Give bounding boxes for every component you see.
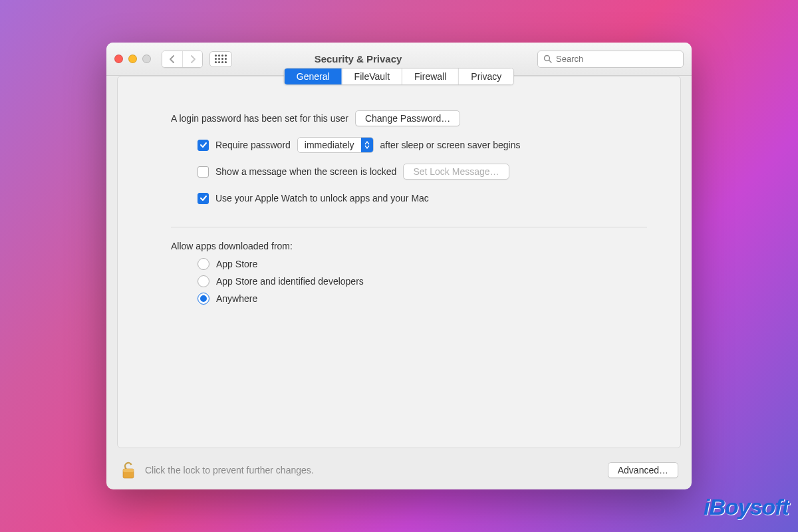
allow-apps-radio-group: App Store App Store and identified devel… <box>171 258 647 305</box>
require-password-label-before: Require password <box>215 140 291 150</box>
require-password-checkbox[interactable] <box>198 140 209 151</box>
tab-general[interactable]: General <box>285 68 342 84</box>
apple-watch-checkbox[interactable] <box>198 193 209 204</box>
require-password-delay-select[interactable]: immediately <box>297 137 374 153</box>
minimize-window-button[interactable] <box>128 55 137 63</box>
tab-filevault[interactable]: FileVault <box>342 68 402 84</box>
radio-label: App Store and identified developers <box>216 276 364 287</box>
divider <box>171 227 647 227</box>
tab-bar: General FileVault Firewall Privacy <box>284 68 514 85</box>
check-icon <box>200 141 207 149</box>
require-password-row: Require password immediately after sleep… <box>171 136 647 154</box>
show-message-checkbox[interactable] <box>198 166 209 178</box>
general-section: A login password has been set for this u… <box>118 91 680 305</box>
window-title: Security & Privacy <box>186 53 531 65</box>
lock-icon[interactable] <box>120 460 137 480</box>
radio-button[interactable] <box>198 293 209 305</box>
footer: Click the lock to prevent further change… <box>106 455 692 489</box>
radio-label: App Store <box>216 259 257 269</box>
login-password-row: A login password has been set for this u… <box>171 110 647 127</box>
tab-firewall[interactable]: Firewall <box>402 68 458 84</box>
set-lock-message-button: Set Lock Message… <box>403 164 509 180</box>
show-message-label: Show a message when the screen is locked <box>215 166 396 177</box>
radio-app-store[interactable]: App Store <box>198 258 647 270</box>
show-message-row: Show a message when the screen is locked… <box>171 163 647 180</box>
search-input[interactable] <box>556 54 678 64</box>
close-window-button[interactable] <box>114 55 123 63</box>
lock-text: Click the lock to prevent further change… <box>145 465 314 475</box>
search-field[interactable] <box>537 51 684 68</box>
radio-button[interactable] <box>198 258 209 270</box>
require-password-label-after: after sleep or screen saver begins <box>380 140 521 150</box>
login-password-label: A login password has been set for this u… <box>171 113 348 124</box>
content-panel: General FileVault Firewall Privacy A log… <box>117 76 681 448</box>
back-button[interactable] <box>162 51 182 67</box>
advanced-button[interactable]: Advanced… <box>608 462 678 478</box>
search-icon <box>543 55 552 63</box>
svg-line-1 <box>549 61 552 63</box>
apple-watch-label: Use your Apple Watch to unlock apps and … <box>215 193 429 203</box>
zoom-window-button[interactable] <box>142 55 151 63</box>
select-value: immediately <box>298 140 361 150</box>
svg-rect-3 <box>123 469 134 472</box>
preferences-window: Security & Privacy General FileVault Fir… <box>106 43 692 489</box>
watermark: iBoysoft <box>704 494 789 520</box>
radio-anywhere[interactable]: Anywhere <box>198 293 647 305</box>
radio-identified-developers[interactable]: App Store and identified developers <box>198 275 647 287</box>
window-controls <box>114 55 151 63</box>
allow-apps-heading: Allow apps downloaded from: <box>171 241 647 251</box>
tab-privacy[interactable]: Privacy <box>458 68 513 84</box>
change-password-button[interactable]: Change Password… <box>355 110 460 126</box>
apple-watch-row: Use your Apple Watch to unlock apps and … <box>171 190 647 207</box>
check-icon <box>200 194 207 202</box>
chevron-updown-icon <box>361 138 373 152</box>
radio-label: Anywhere <box>216 293 257 304</box>
radio-button[interactable] <box>198 275 209 287</box>
